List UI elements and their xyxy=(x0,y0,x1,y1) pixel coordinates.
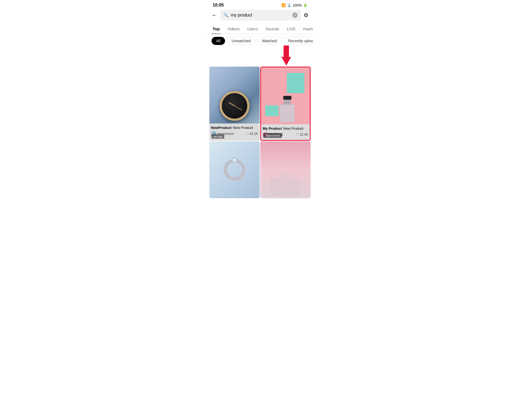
tab-live[interactable]: LIVE xyxy=(286,24,297,34)
status-bar: 10:05 📶 📡 100% 🔋 xyxy=(207,0,313,10)
video-card-ring[interactable] xyxy=(209,141,260,198)
video-card-perfume[interactable]: Sponsored My Product New Product My Bran… xyxy=(260,67,311,141)
bottles-thumbnail xyxy=(260,141,311,198)
search-query: my product xyxy=(231,13,290,18)
watch-hands xyxy=(224,95,245,117)
arrow-head xyxy=(281,57,291,66)
battery-label: 100% xyxy=(293,3,302,7)
bottle-body xyxy=(280,105,295,122)
tab-hashtags[interactable]: Hashtags xyxy=(302,24,313,34)
card-title-bold-perfume: My Product xyxy=(263,126,282,131)
video-grid: 3w ago NewProduct New Product demobrand … xyxy=(207,67,313,198)
card-title-bold-watch: NewProduct xyxy=(211,126,232,130)
pill-watched[interactable]: Watched xyxy=(258,37,282,45)
pill-unwatched[interactable]: Unwatched xyxy=(227,37,255,45)
likes-count-perfume: 32.4K xyxy=(300,133,308,136)
status-time: 10:05 xyxy=(213,3,224,8)
video-card-bottles[interactable] xyxy=(260,141,311,198)
arrow-shaft xyxy=(284,45,289,57)
status-icons: 📶 📡 100% 🔋 xyxy=(281,3,307,7)
back-button[interactable]: ← xyxy=(212,12,217,19)
tab-top[interactable]: Top xyxy=(212,24,221,34)
card-title-perfume: My Product New Product xyxy=(263,126,308,131)
heart-icon-perfume: ♡ xyxy=(296,133,299,136)
heart-icon: ♡ xyxy=(246,132,249,136)
signal-icon: 📡 xyxy=(287,3,291,7)
perfume-bottle xyxy=(278,96,296,120)
minute-hand xyxy=(235,106,242,110)
card-title-normal-perfume: New Product xyxy=(283,126,303,131)
card-title-watch: NewProduct New Product xyxy=(211,126,258,130)
watch-thumbnail xyxy=(209,67,260,123)
clear-button[interactable]: × xyxy=(292,12,298,18)
wifi-icon: 📶 xyxy=(281,3,286,7)
likes-count-watch: 43.2K xyxy=(250,132,258,136)
search-input-wrap[interactable]: 🔍 my product × xyxy=(220,10,301,21)
sponsored-badge: Sponsored xyxy=(263,133,282,138)
perfume-box-large xyxy=(287,73,304,93)
battery-icon: 🔋 xyxy=(303,3,307,7)
filter-button[interactable]: ⚙ xyxy=(304,12,308,18)
video-card-watch[interactable]: 3w ago NewProduct New Product demobrand … xyxy=(209,67,260,141)
arrow-container xyxy=(207,45,313,66)
mini-bottle-1 xyxy=(271,179,279,196)
likes-watch: ♡ 43.2K xyxy=(246,132,258,136)
ring-shape xyxy=(224,159,245,181)
search-icon: 🔍 xyxy=(223,13,229,18)
perfume-box-small xyxy=(265,105,279,116)
perfume-thumbnail xyxy=(261,67,310,124)
likes-perfume: ♡ 32.4K xyxy=(296,133,308,136)
tabs-bar: Top Videos Users Sounds LIVE Hashtags xyxy=(207,24,313,34)
pill-recently-uploaded[interactable]: Recently uploaded xyxy=(284,37,313,45)
ring-thumbnail xyxy=(209,141,260,198)
bottle-neck xyxy=(284,100,291,105)
search-bar: ← 🔍 my product × ⚙ xyxy=(207,10,313,24)
mini-bottle-2 xyxy=(281,174,290,196)
video-timestamp: 3w ago xyxy=(212,134,224,139)
ring-gem xyxy=(232,157,237,163)
tab-users[interactable]: Users xyxy=(246,24,259,34)
pill-all[interactable]: All xyxy=(212,37,225,45)
hour-hand xyxy=(229,102,235,106)
tab-videos[interactable]: Videos xyxy=(226,24,241,34)
bottle-cap xyxy=(283,96,291,100)
tab-sounds[interactable]: Sounds xyxy=(264,24,280,34)
mini-bottle-3 xyxy=(292,179,300,196)
card-title-normal-watch: New Product xyxy=(233,126,253,130)
watch-face xyxy=(220,91,249,121)
